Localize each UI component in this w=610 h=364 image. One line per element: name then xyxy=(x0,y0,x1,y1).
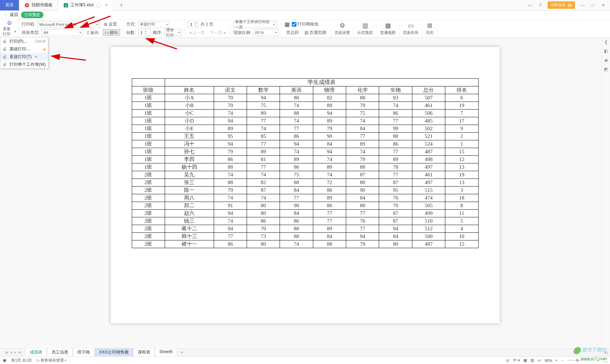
printer-icon xyxy=(6,20,13,26)
margins-icon[interactable]: ▦ xyxy=(285,21,290,28)
next-page-button[interactable]: 下一页 ▸ xyxy=(208,30,227,36)
menu-direct-print[interactable]: 🖨 直接打印(T) ↖ xyxy=(0,53,48,61)
order-label: 顺序: xyxy=(153,30,162,36)
sidebar-tool-icon[interactable]: ◩ xyxy=(603,66,609,72)
sheet-tab[interactable]: 成绩表 xyxy=(25,348,47,357)
menu-print-workbook[interactable]: 🖨 打印整个工作簿(W) xyxy=(0,61,48,68)
chevron-down-icon: ▾ xyxy=(178,31,180,34)
landscape-button[interactable]: ▭横向 xyxy=(103,29,120,36)
menu-direct-label: 直接打印(T) xyxy=(9,54,32,60)
print-dropdown-menu: 🖨 打印(P)... Ctrl+P 🖨 高级打印... ◆ 🖨 直接打印(T) … xyxy=(0,37,48,69)
preview-area: 学生成绩表班级姓名语文数学英语物理化学生物总分排名1班小A70948082889… xyxy=(0,38,610,347)
close-preview-button[interactable]: ⊠关闭 xyxy=(422,20,437,37)
chevron-down-icon: ▾ xyxy=(556,359,557,362)
menu-advanced-label: 高级打印... xyxy=(9,46,30,52)
new-tab-button[interactable]: + xyxy=(117,2,126,8)
apps-icon[interactable]: ⠿ xyxy=(537,2,543,8)
menu-print-shortcut: Ctrl+P xyxy=(35,39,46,43)
chevron-down-icon: ▾ xyxy=(96,23,98,26)
fit-dropdown[interactable]: 将整个工作表打印在一页▾ xyxy=(233,21,277,28)
direct-print-button[interactable]: 直接打印▾ xyxy=(0,20,19,37)
sheet-tab[interactable]: Sheet5 xyxy=(155,348,177,357)
svg-text:S: S xyxy=(65,4,67,7)
page-break-button[interactable]: ▥分页预览 xyxy=(354,20,377,37)
prev-page-button[interactable]: ◂ 上一页 xyxy=(188,30,206,36)
play-icon: ▷ xyxy=(37,358,40,363)
portrait-label: 纵向 xyxy=(90,30,99,36)
page-layout-button[interactable]: ▭页面布局 xyxy=(399,20,422,37)
svg-point-4 xyxy=(569,4,570,5)
menu-print[interactable]: 🖨 打印(P)... Ctrl+P xyxy=(0,37,48,45)
cursor-icon: ↖ xyxy=(35,55,38,59)
portrait-button[interactable]: ▯纵向 xyxy=(85,29,101,36)
order-dropdown[interactable]: 逐份打印▾ xyxy=(164,29,182,36)
status-page-info: 第1页 共1页 xyxy=(11,358,32,363)
macro-play-button[interactable]: ▷财务报表管理▾ xyxy=(37,358,66,363)
sheet-tab[interactable]: XXX公司销售额 xyxy=(95,348,133,357)
page-break-icon: ▥ xyxy=(361,22,369,29)
settings-button[interactable]: ⚙设置 xyxy=(102,21,119,28)
copies-spinner[interactable]: ▲▼ xyxy=(138,29,151,36)
sheet-tab[interactable]: 课程表 xyxy=(133,348,155,357)
sheet-tabs-bar: |◂◂▸▸| 成绩表员工信息田字格XXX公司销售额课程表Sheet5 + ▸| xyxy=(0,348,610,356)
printer-icon: 🖨 xyxy=(2,54,7,59)
printer-dropdown[interactable]: Microsoft Print to PDF▾ xyxy=(37,21,100,28)
normal-view-icon: ▦ xyxy=(384,22,392,29)
menu-advanced-print[interactable]: 🖨 高级打印... ◆ xyxy=(0,45,48,53)
maximize-button[interactable]: □ xyxy=(590,2,596,8)
normal-view-button[interactable]: ▦普通视图 xyxy=(377,20,399,37)
scale-label: 缩放比例: xyxy=(233,30,251,36)
sheet-tab[interactable]: 员工信息 xyxy=(47,348,73,357)
login-button[interactable]: 立即登录 xyxy=(548,1,575,9)
tab-template-label: 找稻壳模板 xyxy=(32,2,53,8)
page-input[interactable] xyxy=(188,22,194,27)
menu-workbook-label: 打印整个工作簿(W) xyxy=(9,62,46,68)
sheet-nav[interactable]: |◂◂▸▸| xyxy=(2,350,25,355)
printer-icon: 🖨 xyxy=(2,39,7,44)
zoom-out-button[interactable]: － xyxy=(561,358,564,363)
header-footer-button[interactable]: ▤页眉页脚 xyxy=(303,29,328,36)
menu-print-label: 打印(P)... xyxy=(9,38,27,44)
sidebar-tool-icon[interactable]: ◧ xyxy=(603,48,609,54)
close-x-icon: ⊠ xyxy=(426,22,433,29)
tab-file[interactable]: S 工作簿3.xlsx ◯ ✕ xyxy=(58,0,114,10)
sidebar-toggle-icon[interactable]: ❮ xyxy=(603,39,609,45)
portrait-icon: ▯ xyxy=(87,30,89,35)
view-mode-1-icon[interactable]: ▦ xyxy=(523,358,527,363)
gridlines-checkbox[interactable] xyxy=(292,22,296,27)
view-mode-3-icon[interactable]: ▭ xyxy=(537,358,541,363)
spinner-arrows[interactable]: ▲▼ xyxy=(194,22,198,27)
ime-icon[interactable]: 中 ▾ xyxy=(513,358,520,363)
layout-icon[interactable]: ▭ xyxy=(527,2,533,8)
record-macro-icon[interactable]: ▣ xyxy=(3,358,6,363)
zoom-value[interactable]: 90% xyxy=(544,358,552,363)
sheet-tab[interactable]: 田字格 xyxy=(73,348,95,357)
spinner-arrows[interactable]: ▲▼ xyxy=(145,30,148,35)
svg-rect-6 xyxy=(8,21,10,22)
sidebar-tool-icon[interactable]: ◉ xyxy=(603,57,609,63)
tab-home[interactable]: 首页 xyxy=(0,0,19,10)
page-setup-label: 页面设置 xyxy=(335,30,350,35)
accessibility-icon[interactable]: ◎ xyxy=(506,358,509,363)
back-button[interactable]: 返回 xyxy=(10,12,18,18)
chevron-down-icon: ▾ xyxy=(65,359,66,362)
view-mode-2-icon[interactable]: ▥ xyxy=(530,358,534,363)
close-icon[interactable]: ✕ xyxy=(105,3,108,7)
chevron-down-icon: ▾ xyxy=(273,23,275,26)
paper-dropdown[interactable]: A4▾ xyxy=(42,29,83,36)
close-window-button[interactable]: ✕ xyxy=(600,2,606,8)
scale-dropdown[interactable]: 83 %▾ xyxy=(253,29,279,36)
minimize-button[interactable]: ― xyxy=(579,2,585,8)
mode-dropdown[interactable]: 单面打印▾ xyxy=(138,21,170,28)
page-setup-button[interactable]: ⚙页面设置 xyxy=(331,20,354,37)
tab-template[interactable]: 找稻壳模板 xyxy=(19,0,58,10)
tab-modified-dot: ◯ xyxy=(96,3,101,8)
tab-file-label: 工作簿3.xlsx xyxy=(70,2,94,8)
page-spinner[interactable]: ▲▼ xyxy=(188,21,198,28)
margins-button[interactable]: 页边距 xyxy=(285,29,301,36)
back-chevron-icon[interactable]: 〈 xyxy=(3,12,7,18)
copies-input[interactable] xyxy=(138,30,145,35)
add-sheet-button[interactable]: + xyxy=(178,350,186,355)
mode-label: 方式: xyxy=(126,21,136,27)
template-icon xyxy=(25,3,29,8)
